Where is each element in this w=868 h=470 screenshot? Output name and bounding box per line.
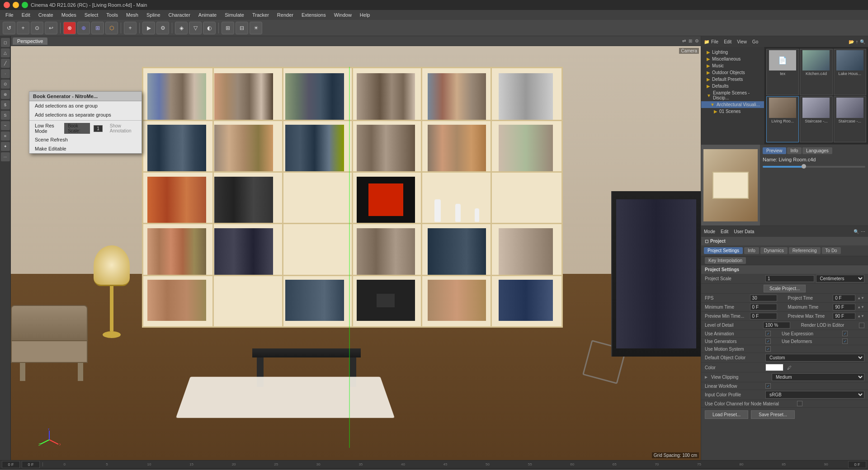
ctx-add-separate-groups[interactable]: Add selections as separate groups — [29, 110, 142, 119]
prop-checkbox-use-motion[interactable] — [765, 346, 771, 352]
tool-layer[interactable]: ≡ — [1, 132, 10, 141]
tool-more[interactable]: ··· — [1, 152, 10, 161]
tool-mode-edge[interactable]: ╱ — [1, 59, 10, 68]
tab-project-settings[interactable]: Project Settings — [704, 247, 743, 254]
thumb-living[interactable]: Living Roo... — [766, 96, 799, 143]
prop-checkbox-node-color[interactable] — [797, 401, 802, 406]
tree-item-01-scenes[interactable]: ▶ 01 Scenes — [701, 108, 764, 115]
prop-input-preview-min[interactable] — [750, 313, 777, 320]
prop-up-icon-pt[interactable]: ▲▼ — [857, 296, 864, 300]
thumb-tex[interactable]: 📄 tex — [766, 49, 799, 95]
viewport-settings-icon[interactable]: ⚙ — [695, 38, 699, 43]
tool-3d-view[interactable]: ◈ — [175, 22, 188, 34]
menu-modes[interactable]: Modes — [58, 11, 80, 19]
tool-transform[interactable]: ⬡ — [105, 22, 118, 34]
tree-item-defaults[interactable]: ▶ Defaults — [701, 83, 764, 89]
prop-checkbox-render-lod[interactable] — [859, 323, 864, 328]
menu-create[interactable]: Create — [35, 11, 57, 19]
tool-pivot[interactable]: ⊕ — [1, 90, 10, 99]
viewport[interactable]: Book Generator - NitroMe... Add selectio… — [11, 46, 701, 460]
tab-todo[interactable]: To Do — [822, 247, 841, 254]
ctx-add-one-group[interactable]: Add selections as one group — [29, 101, 142, 110]
tree-item-lighting[interactable]: ▶ Lighting — [701, 49, 764, 56]
props-edit-label[interactable]: Edit — [721, 229, 728, 234]
viewport-sync-icon[interactable]: ⇄ — [682, 38, 686, 43]
tree-item-example-scenes[interactable]: ▼ Example Scenes - Discip... — [701, 89, 764, 101]
scale-project-button[interactable]: Scale Project... — [764, 285, 806, 292]
prop-up-icon-mt[interactable]: ▲▼ — [857, 305, 864, 309]
minimize-button[interactable] — [13, 2, 19, 8]
prop-color-swatch[interactable] — [765, 364, 783, 371]
thumb-kitchen[interactable]: Kitchen.c4d — [800, 49, 832, 95]
tool-object[interactable]: ⊗ — [63, 22, 76, 34]
tool-play[interactable]: ▶ — [142, 22, 155, 34]
preview-tab-preview[interactable]: Preview — [763, 147, 786, 154]
thumb-staircase1[interactable]: Staircase -... — [800, 96, 832, 143]
prop-checkbox-linear[interactable] — [765, 383, 771, 389]
file-icon[interactable]: 📁 — [704, 39, 709, 44]
tool-move[interactable]: ↺ — [3, 22, 15, 34]
tool-mode-objects[interactable]: ◻ — [1, 38, 10, 47]
menu-animate[interactable]: Animate — [195, 11, 220, 19]
tool-settings[interactable]: ⚙ — [156, 22, 169, 34]
tool-shape[interactable]: ▽ — [189, 22, 202, 34]
tool-xpresso[interactable]: ✦ — [1, 142, 10, 151]
go-icon[interactable]: Go — [752, 39, 758, 44]
search-icon[interactable]: 🔍 — [860, 39, 865, 44]
menu-window[interactable]: Window — [330, 11, 355, 19]
tool-camera[interactable]: ⊟ — [236, 22, 248, 34]
close-button[interactable] — [4, 2, 10, 8]
new-folder-icon[interactable]: 📂 — [849, 39, 854, 44]
prop-color-picker-icon[interactable]: 🖊 — [787, 365, 792, 370]
maximize-button[interactable] — [22, 2, 28, 8]
prop-up-icon-pm[interactable]: ▲▼ — [857, 314, 864, 318]
tool-sculpt[interactable]: S — [1, 111, 10, 120]
props-userdata-label[interactable]: User Data — [734, 229, 754, 234]
prop-select-clipping[interactable]: Medium — [772, 373, 864, 381]
tool-light[interactable]: ☀ — [250, 22, 262, 34]
tool-bend[interactable]: ◐ — [203, 22, 216, 34]
tool-undo[interactable]: + — [17, 22, 29, 34]
prop-input-min-time[interactable] — [750, 304, 777, 310]
tool-scale[interactable]: ⊞ — [91, 22, 104, 34]
prop-checkbox-use-gen[interactable] — [765, 338, 771, 344]
prop-select-icp[interactable]: sRGB — [765, 391, 864, 399]
tool-redo[interactable]: ↩ — [45, 22, 57, 34]
load-preset-button[interactable]: Load Preset... — [705, 410, 748, 419]
prop-checkbox-use-anim[interactable] — [765, 331, 771, 336]
tool-grid[interactable]: ⊞ — [222, 22, 234, 34]
tool-mode-point[interactable]: · — [1, 69, 10, 78]
tree-item-music[interactable]: ▶ Music — [701, 62, 764, 69]
tree-item-default-presets[interactable]: ▶ Default Presets — [701, 76, 764, 83]
prop-input-lod[interactable] — [763, 322, 790, 329]
tab-dynamics[interactable]: Dynamics — [760, 247, 788, 254]
tool-rotate[interactable]: ⊕ — [77, 22, 90, 34]
tab-referencing[interactable]: Referencing — [789, 247, 821, 254]
props-search-icon[interactable]: 🔍 — [854, 229, 859, 234]
tree-item-arch-vis[interactable]: ▼ Architectural Visuali... — [701, 101, 764, 108]
prop-input-preview-max[interactable] — [833, 313, 855, 320]
tool-hair[interactable]: ~ — [1, 121, 10, 130]
slider-track[interactable] — [763, 166, 865, 168]
thumb-lake[interactable]: Lake Hous... — [834, 49, 866, 95]
preview-tab-languages[interactable]: Languages — [802, 147, 832, 154]
prop-checkbox-use-expr[interactable] — [842, 331, 848, 336]
menu-tracker[interactable]: Tracker — [249, 11, 273, 19]
tab-key-interpolation[interactable]: Key Interpolation — [705, 257, 746, 264]
prop-checkbox-use-def[interactable] — [842, 338, 848, 344]
viewport-expand-icon[interactable]: ⊞ — [689, 38, 692, 43]
props-more-icon[interactable]: ⋯ — [861, 229, 865, 234]
tool-mode-live[interactable]: ⊙ — [1, 80, 10, 89]
ctx-scene-refresh[interactable]: Scene Refresh — [29, 135, 142, 144]
ctx-show-annotation[interactable]: Show Annotation — [110, 123, 136, 133]
menu-select[interactable]: Select — [81, 11, 102, 19]
prop-select-units[interactable]: Centimeters — [816, 275, 865, 282]
prop-expand-icon[interactable]: ▶ — [705, 375, 708, 379]
ctx-make-editable[interactable]: Make Editable — [29, 144, 142, 153]
tool-mode-polygon[interactable]: △ — [1, 48, 10, 57]
tool-add[interactable]: + — [124, 22, 137, 34]
save-preset-button[interactable]: Save Preset... — [751, 410, 795, 419]
menu-mesh[interactable]: Mesh — [123, 11, 142, 19]
prop-input-project-time[interactable] — [833, 295, 855, 301]
tool-paint[interactable]: $ — [1, 100, 10, 109]
